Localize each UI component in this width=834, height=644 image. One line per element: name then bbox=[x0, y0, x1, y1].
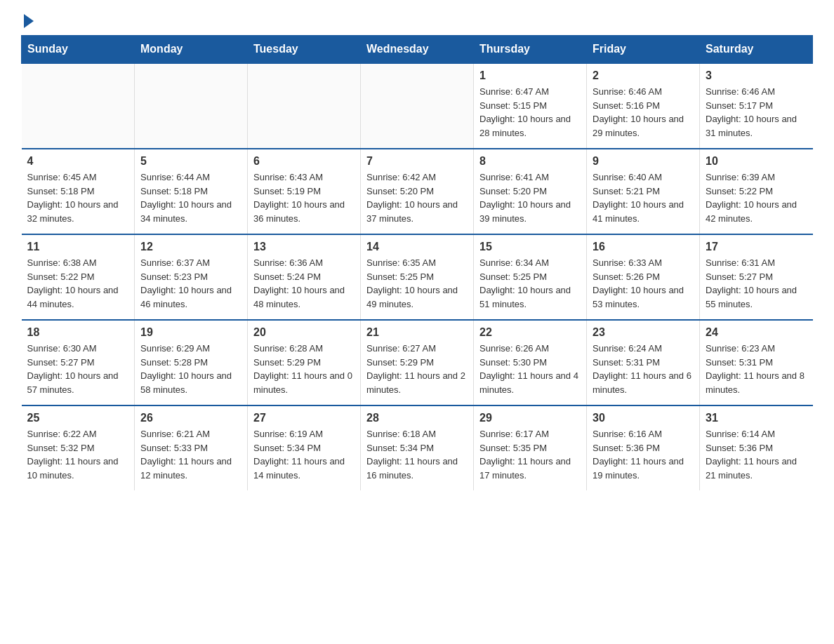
calendar-cell: 7Sunrise: 6:42 AMSunset: 5:20 PMDaylight… bbox=[361, 149, 474, 234]
day-info: Sunrise: 6:47 AMSunset: 5:15 PMDaylight:… bbox=[479, 85, 581, 140]
calendar-cell bbox=[135, 63, 248, 149]
day-info: Sunrise: 6:46 AMSunset: 5:17 PMDaylight:… bbox=[706, 85, 807, 140]
day-info: Sunrise: 6:46 AMSunset: 5:16 PMDaylight:… bbox=[593, 85, 694, 140]
calendar-cell: 27Sunrise: 6:19 AMSunset: 5:34 PMDayligh… bbox=[248, 405, 361, 490]
day-number: 17 bbox=[706, 241, 807, 253]
calendar-week-row: 11Sunrise: 6:38 AMSunset: 5:22 PMDayligh… bbox=[22, 234, 813, 320]
day-number: 16 bbox=[593, 241, 694, 253]
column-header-tuesday: Tuesday bbox=[248, 36, 361, 64]
day-number: 9 bbox=[593, 155, 694, 168]
calendar-cell: 25Sunrise: 6:22 AMSunset: 5:32 PMDayligh… bbox=[22, 405, 135, 490]
day-info: Sunrise: 6:34 AMSunset: 5:25 PMDaylight:… bbox=[479, 256, 581, 311]
calendar-header-row: SundayMondayTuesdayWednesdayThursdayFrid… bbox=[22, 36, 813, 64]
day-number: 8 bbox=[479, 155, 581, 168]
day-info: Sunrise: 6:23 AMSunset: 5:31 PMDaylight:… bbox=[706, 342, 807, 396]
logo-text bbox=[21, 14, 35, 28]
day-number: 1 bbox=[479, 69, 581, 82]
day-number: 23 bbox=[593, 326, 694, 339]
column-header-wednesday: Wednesday bbox=[361, 36, 474, 64]
day-number: 10 bbox=[706, 155, 807, 168]
day-info: Sunrise: 6:38 AMSunset: 5:22 PMDaylight:… bbox=[27, 256, 129, 311]
day-info: Sunrise: 6:19 AMSunset: 5:34 PMDaylight:… bbox=[253, 427, 355, 482]
day-number: 3 bbox=[706, 69, 807, 82]
day-info: Sunrise: 6:22 AMSunset: 5:32 PMDaylight:… bbox=[27, 427, 129, 482]
calendar-cell: 1Sunrise: 6:47 AMSunset: 5:15 PMDaylight… bbox=[474, 63, 587, 149]
day-info: Sunrise: 6:33 AMSunset: 5:26 PMDaylight:… bbox=[593, 256, 694, 311]
day-number: 21 bbox=[366, 326, 468, 339]
day-number: 18 bbox=[27, 326, 129, 339]
day-info: Sunrise: 6:17 AMSunset: 5:35 PMDaylight:… bbox=[479, 427, 581, 482]
day-number: 31 bbox=[706, 412, 807, 424]
calendar-cell: 13Sunrise: 6:36 AMSunset: 5:24 PMDayligh… bbox=[248, 234, 361, 320]
calendar-cell: 11Sunrise: 6:38 AMSunset: 5:22 PMDayligh… bbox=[22, 234, 135, 320]
calendar-cell: 26Sunrise: 6:21 AMSunset: 5:33 PMDayligh… bbox=[135, 405, 248, 490]
day-number: 28 bbox=[366, 412, 468, 424]
calendar-table: SundayMondayTuesdayWednesdayThursdayFrid… bbox=[21, 35, 813, 490]
day-info: Sunrise: 6:31 AMSunset: 5:27 PMDaylight:… bbox=[706, 256, 807, 311]
calendar-cell: 5Sunrise: 6:44 AMSunset: 5:18 PMDaylight… bbox=[135, 149, 248, 234]
day-number: 13 bbox=[253, 241, 355, 253]
day-info: Sunrise: 6:21 AMSunset: 5:33 PMDaylight:… bbox=[140, 427, 241, 482]
day-number: 2 bbox=[593, 69, 694, 82]
column-header-monday: Monday bbox=[135, 36, 248, 64]
day-number: 19 bbox=[140, 326, 241, 339]
calendar-cell: 8Sunrise: 6:41 AMSunset: 5:20 PMDaylight… bbox=[474, 149, 587, 234]
day-number: 15 bbox=[479, 241, 581, 253]
calendar-cell: 15Sunrise: 6:34 AMSunset: 5:25 PMDayligh… bbox=[474, 234, 587, 320]
day-number: 26 bbox=[140, 412, 241, 424]
day-info: Sunrise: 6:40 AMSunset: 5:21 PMDaylight:… bbox=[593, 170, 694, 225]
day-number: 11 bbox=[27, 241, 129, 253]
calendar-cell: 16Sunrise: 6:33 AMSunset: 5:26 PMDayligh… bbox=[587, 234, 700, 320]
day-info: Sunrise: 6:26 AMSunset: 5:30 PMDaylight:… bbox=[479, 342, 581, 396]
day-info: Sunrise: 6:44 AMSunset: 5:18 PMDaylight:… bbox=[140, 170, 241, 225]
day-number: 24 bbox=[706, 326, 807, 339]
day-info: Sunrise: 6:24 AMSunset: 5:31 PMDaylight:… bbox=[593, 342, 694, 396]
calendar-cell: 22Sunrise: 6:26 AMSunset: 5:30 PMDayligh… bbox=[474, 320, 587, 405]
calendar-cell bbox=[22, 63, 135, 149]
calendar-cell bbox=[361, 63, 474, 149]
day-number: 14 bbox=[366, 241, 468, 253]
day-number: 29 bbox=[479, 412, 581, 424]
page-header bbox=[21, 14, 813, 28]
day-info: Sunrise: 6:41 AMSunset: 5:20 PMDaylight:… bbox=[479, 170, 581, 225]
calendar-cell: 10Sunrise: 6:39 AMSunset: 5:22 PMDayligh… bbox=[700, 149, 813, 234]
day-number: 25 bbox=[27, 412, 129, 424]
day-info: Sunrise: 6:30 AMSunset: 5:27 PMDaylight:… bbox=[27, 342, 129, 396]
calendar-week-row: 1Sunrise: 6:47 AMSunset: 5:15 PMDaylight… bbox=[22, 63, 813, 149]
logo bbox=[21, 14, 35, 28]
day-info: Sunrise: 6:16 AMSunset: 5:36 PMDaylight:… bbox=[593, 427, 694, 482]
day-info: Sunrise: 6:18 AMSunset: 5:34 PMDaylight:… bbox=[366, 427, 468, 482]
calendar-cell: 9Sunrise: 6:40 AMSunset: 5:21 PMDaylight… bbox=[587, 149, 700, 234]
calendar-cell: 23Sunrise: 6:24 AMSunset: 5:31 PMDayligh… bbox=[587, 320, 700, 405]
column-header-saturday: Saturday bbox=[700, 36, 813, 64]
calendar-week-row: 18Sunrise: 6:30 AMSunset: 5:27 PMDayligh… bbox=[22, 320, 813, 405]
calendar-cell: 21Sunrise: 6:27 AMSunset: 5:29 PMDayligh… bbox=[361, 320, 474, 405]
day-info: Sunrise: 6:14 AMSunset: 5:36 PMDaylight:… bbox=[706, 427, 807, 482]
calendar-cell: 20Sunrise: 6:28 AMSunset: 5:29 PMDayligh… bbox=[248, 320, 361, 405]
column-header-friday: Friday bbox=[587, 36, 700, 64]
day-number: 27 bbox=[253, 412, 355, 424]
column-header-thursday: Thursday bbox=[474, 36, 587, 64]
day-number: 6 bbox=[253, 155, 355, 168]
day-info: Sunrise: 6:36 AMSunset: 5:24 PMDaylight:… bbox=[253, 256, 355, 311]
calendar-cell: 19Sunrise: 6:29 AMSunset: 5:28 PMDayligh… bbox=[135, 320, 248, 405]
calendar-cell: 28Sunrise: 6:18 AMSunset: 5:34 PMDayligh… bbox=[361, 405, 474, 490]
calendar-cell: 6Sunrise: 6:43 AMSunset: 5:19 PMDaylight… bbox=[248, 149, 361, 234]
day-number: 20 bbox=[253, 326, 355, 339]
day-number: 5 bbox=[140, 155, 241, 168]
day-info: Sunrise: 6:27 AMSunset: 5:29 PMDaylight:… bbox=[366, 342, 468, 396]
calendar-cell: 4Sunrise: 6:45 AMSunset: 5:18 PMDaylight… bbox=[22, 149, 135, 234]
calendar-cell: 24Sunrise: 6:23 AMSunset: 5:31 PMDayligh… bbox=[700, 320, 813, 405]
day-info: Sunrise: 6:39 AMSunset: 5:22 PMDaylight:… bbox=[706, 170, 807, 225]
column-header-sunday: Sunday bbox=[22, 36, 135, 64]
calendar-cell: 18Sunrise: 6:30 AMSunset: 5:27 PMDayligh… bbox=[22, 320, 135, 405]
day-info: Sunrise: 6:29 AMSunset: 5:28 PMDaylight:… bbox=[140, 342, 241, 396]
day-info: Sunrise: 6:45 AMSunset: 5:18 PMDaylight:… bbox=[27, 170, 129, 225]
calendar-cell: 29Sunrise: 6:17 AMSunset: 5:35 PMDayligh… bbox=[474, 405, 587, 490]
calendar-cell: 12Sunrise: 6:37 AMSunset: 5:23 PMDayligh… bbox=[135, 234, 248, 320]
day-number: 22 bbox=[479, 326, 581, 339]
logo-arrow-icon bbox=[24, 14, 34, 28]
calendar-cell: 2Sunrise: 6:46 AMSunset: 5:16 PMDaylight… bbox=[587, 63, 700, 149]
day-info: Sunrise: 6:28 AMSunset: 5:29 PMDaylight:… bbox=[253, 342, 355, 396]
calendar-week-row: 4Sunrise: 6:45 AMSunset: 5:18 PMDaylight… bbox=[22, 149, 813, 234]
